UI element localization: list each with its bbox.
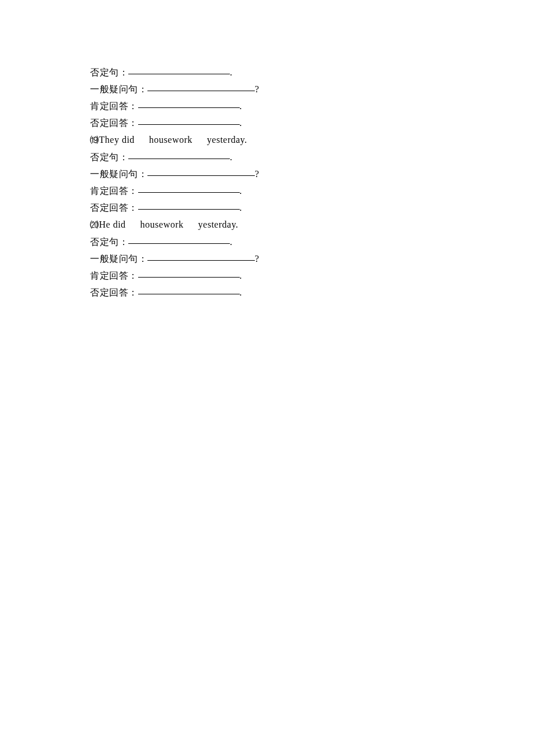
period: . (240, 287, 243, 297)
item-number-20: ⒇ (90, 220, 99, 229)
blank-input[interactable] (138, 285, 240, 294)
period: . (230, 67, 233, 77)
neg-sentence-line: 否定句：. (90, 233, 534, 250)
sentence-part: yesterday. (198, 219, 238, 229)
blank-input[interactable] (128, 65, 230, 74)
blank-input[interactable] (128, 150, 230, 159)
label-general-question: 一般疑问句： (90, 169, 147, 179)
question-mark: ? (255, 169, 259, 179)
general-question-line: 一般疑问句：? (90, 81, 534, 98)
sentence-part: They did (99, 135, 135, 145)
neg-sentence-line: 否定句：. (90, 64, 534, 81)
label-affirm-answer: 肯定回答： (90, 186, 138, 196)
blank-input[interactable] (147, 251, 255, 261)
item-20-sentence: ⒇He didhouseworkyesterday. (90, 216, 534, 233)
label-general-question: 一般疑问句： (90, 254, 147, 264)
period: . (240, 271, 243, 280)
period: . (230, 237, 233, 247)
label-general-question: 一般疑问句： (90, 84, 147, 94)
neg-answer-line: 否定回答：. (90, 199, 534, 216)
question-mark: ? (255, 254, 259, 264)
affirm-answer-line: 肯定回答：. (90, 98, 534, 114)
blank-input[interactable] (147, 82, 255, 91)
period: . (240, 203, 243, 213)
blank-input[interactable] (138, 116, 240, 125)
affirm-answer-line: 肯定回答：. (90, 267, 534, 284)
label-neg-answer: 否定回答： (90, 287, 138, 297)
label-affirm-answer: 肯定回答： (90, 101, 138, 111)
sentence-part: yesterday. (207, 135, 247, 145)
item-number-19: ⒆ (90, 135, 99, 145)
neg-answer-line: 否定回答：. (90, 114, 534, 131)
label-affirm-answer: 肯定回答： (90, 271, 138, 280)
blank-input[interactable] (138, 268, 240, 278)
item-19-sentence: ⒆They didhouseworkyesterday. (90, 131, 534, 149)
blank-input[interactable] (147, 167, 255, 176)
period: . (240, 101, 243, 111)
sentence-part: housework (140, 219, 184, 229)
label-neg-sentence: 否定句： (90, 152, 128, 162)
blank-input[interactable] (138, 183, 240, 193)
sentence-part: housework (149, 135, 193, 145)
exercise-block: 否定句：. 一般疑问句：? 肯定回答：. 否定回答：. ⒆They didhou… (90, 64, 534, 301)
general-question-line: 一般疑问句：? (90, 250, 534, 267)
affirm-answer-line: 肯定回答：. (90, 182, 534, 199)
label-neg-sentence: 否定句： (90, 237, 128, 247)
label-neg-sentence: 否定句： (90, 67, 128, 77)
neg-sentence-line: 否定句：. (90, 149, 534, 165)
period: . (240, 118, 243, 128)
blank-input[interactable] (138, 200, 240, 210)
sentence-part: He did (99, 219, 126, 229)
question-mark: ? (255, 84, 259, 94)
period: . (230, 152, 233, 162)
period: . (240, 186, 243, 196)
general-question-line: 一般疑问句：? (90, 165, 534, 182)
blank-input[interactable] (138, 99, 240, 108)
label-neg-answer: 否定回答： (90, 118, 138, 128)
neg-answer-line: 否定回答：. (90, 284, 534, 301)
blank-input[interactable] (128, 235, 230, 244)
label-neg-answer: 否定回答： (90, 203, 138, 213)
